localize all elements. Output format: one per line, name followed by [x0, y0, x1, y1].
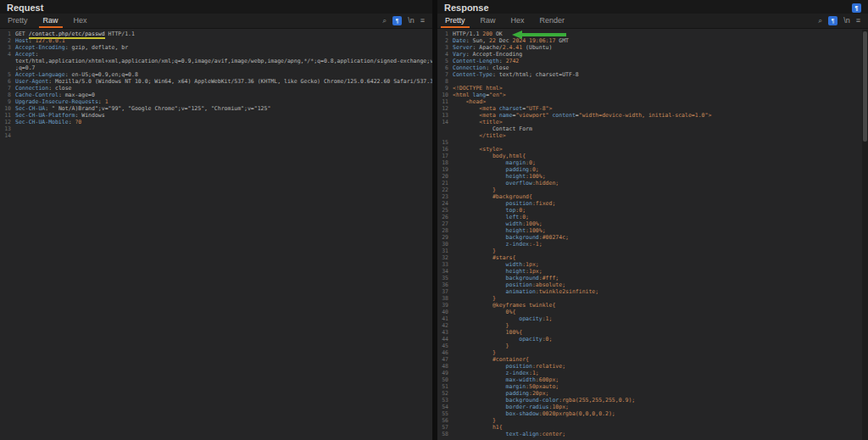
code-token: OK: [492, 31, 503, 37]
editor-menu-icon[interactable]: ≡: [420, 16, 425, 25]
code-token: :rgba(255,255,255,0.9);: [559, 397, 635, 404]
line-number: 28: [437, 227, 453, 234]
code-token: Accept: [15, 51, 35, 58]
code-token: z-index: [453, 241, 529, 248]
code-token: Host: [15, 37, 29, 44]
code-token: Apache/: [479, 44, 502, 51]
line-number: 42: [437, 322, 453, 329]
response-scrollbar[interactable]: [862, 30, 868, 440]
line-number: 9: [437, 85, 453, 92]
line-number: 23: [437, 193, 453, 200]
tab-pretty[interactable]: Pretty: [437, 14, 473, 28]
code-token: en-US;q=0.9,en;q=0.8: [72, 71, 138, 78]
code-text: opacity:0;: [453, 336, 552, 343]
code-text: Contact Form: [453, 125, 532, 132]
code-text: 100%{: [453, 329, 522, 336]
code-token: lang: [472, 92, 486, 98]
code-token: Windows: [81, 112, 104, 119]
code-line: 26 left:0;: [437, 214, 868, 220]
code-text: }: [453, 295, 496, 302]
newline-toggle-icon[interactable]: \n: [408, 16, 415, 25]
code-line: 2Host: 127.0.0.1: [0, 37, 432, 44]
code-token: >: [549, 105, 553, 112]
code-token: HTTP/1.1: [105, 31, 135, 37]
format-icon[interactable]: ¶: [828, 16, 837, 25]
code-line: 2Date: Sun, 22 Dec 2024 19:06:17 GMT: [437, 37, 868, 44]
line-number: 47: [437, 356, 453, 363]
response-editor[interactable]: 1HTTP/1.1 200 OK2Date: Sun, 22 Dec 2024 …: [437, 29, 868, 440]
newline-toggle-icon[interactable]: \n: [843, 16, 850, 25]
line-number: 7: [0, 85, 15, 92]
code-token: position: [453, 363, 532, 370]
format-icon[interactable]: ¶: [392, 16, 402, 25]
tab-hex[interactable]: Hex: [66, 14, 95, 28]
code-line: 23 #background{: [437, 193, 868, 200]
code-line: 14: [0, 132, 432, 139]
code-line: 36 position:absolute;: [437, 281, 868, 288]
code-line: 22 }: [437, 187, 868, 193]
code-token: Sun,: [472, 37, 489, 44]
response-panel-title: Response ¶: [437, 0, 868, 14]
inspector-toggle-icon[interactable]: ¶: [852, 3, 861, 13]
code-line: </title>: [437, 132, 868, 139]
request-editor[interactable]: 1GET /contact.php/etc/passwd HTTP/1.12Ho…: [0, 29, 432, 440]
code-text: width:100%;: [453, 220, 542, 227]
tab-raw[interactable]: Raw: [473, 14, 504, 28]
tab-pretty[interactable]: Pretty: [0, 14, 36, 28]
search-icon[interactable]: ⌕: [382, 16, 387, 25]
code-token: :: [65, 71, 72, 78]
line-number: 8: [0, 92, 15, 98]
code-text: max-width:600px;: [453, 376, 559, 383]
code-token: :0;: [519, 214, 529, 220]
line-number: 21: [437, 180, 453, 187]
request-title-label: Request: [7, 3, 43, 13]
code-line: 10Sec-CH-UA: " Not/A)Brand";v="99", "Goo…: [0, 105, 432, 112]
code-text: <!DOCTYPE html>: [453, 85, 503, 92]
tab-render[interactable]: Render: [532, 14, 573, 28]
response-scrollbar-thumb[interactable]: [863, 31, 867, 142]
code-text: Cache-Control: max-age=0: [15, 92, 95, 98]
code-line: 55 box-shadow:0020pxrgba(0,0,0,0.2);: [437, 410, 868, 417]
code-token: :50pxauto;: [526, 383, 559, 390]
tab-hex[interactable]: Hex: [504, 14, 532, 28]
code-text: Host: 127.0.0.1: [15, 37, 65, 44]
code-text: #container{: [453, 356, 529, 363]
code-text: position:fixed;: [453, 200, 555, 207]
request-tabs: PrettyRawHex: [0, 14, 95, 28]
code-token: background: [453, 234, 539, 241]
line-number: 18: [437, 159, 453, 166]
code-text: z-index:1;: [453, 370, 539, 376]
code-token: :600px;: [536, 376, 559, 383]
line-number: 3: [437, 44, 453, 51]
code-line: 32 #stars{: [437, 254, 868, 261]
code-line: 48 position:relative;: [437, 363, 868, 370]
line-number: 45: [437, 343, 453, 349]
code-token: :100%;: [526, 227, 545, 234]
code-line: 10<html lang="en">: [437, 92, 868, 98]
line-number: 22: [437, 187, 453, 193]
code-line: 13: [0, 125, 432, 132]
code-text: Connection: close: [453, 64, 509, 71]
code-line: 51 margin:50pxauto;: [437, 383, 868, 390]
editor-menu-icon[interactable]: ≡: [856, 16, 860, 25]
tab-raw[interactable]: Raw: [36, 14, 66, 28]
code-line: 54 border-radius:10px;: [437, 404, 868, 410]
code-token: Upgrade-Insecure-Requests: [15, 98, 98, 105]
code-text: Server: Apache/2.4.41 (Ubuntu): [453, 44, 552, 51]
code-token: 1: [105, 98, 108, 105]
code-token: :0020pxrgba(0,0,0,0.2);: [539, 410, 615, 417]
code-token: Vary: [453, 51, 466, 58]
line-number: 16: [437, 146, 453, 153]
code-line: 43 100%{: [437, 329, 868, 336]
code-token: 22: [489, 37, 496, 44]
code-token: #container{: [453, 356, 529, 363]
line-number: 4: [0, 51, 15, 58]
response-panel: Response ¶ PrettyRawHexRender ⌕¶\n≡ 1HTT…: [437, 0, 868, 440]
code-token: " Not/A)Brand";v="99", "Google Chrome";v…: [52, 105, 270, 112]
request-panel: Request PrettyRawHex ⌕¶\n≡ 1GET /contact…: [0, 0, 432, 440]
line-number: 6: [437, 64, 453, 71]
code-token: Server: [453, 44, 472, 51]
code-text: Accept-Language: en-US;q=0.9,en;q=0.8: [15, 71, 138, 78]
search-icon[interactable]: ⌕: [818, 16, 822, 25]
code-token: }: [453, 295, 496, 302]
